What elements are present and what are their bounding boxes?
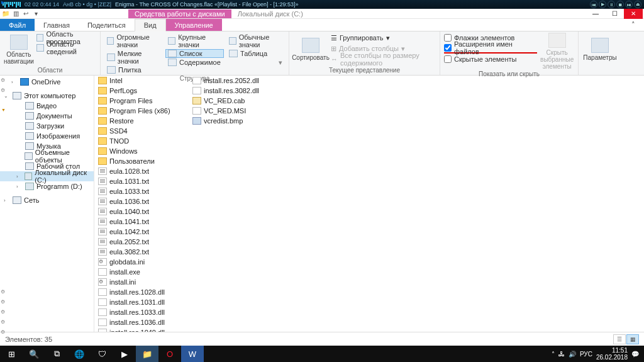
file-item[interactable]: Program Files (x86) <box>97 106 191 116</box>
checkbox-ext[interactable] <box>444 44 452 52</box>
layout-scroll[interactable]: ▾ <box>226 58 285 67</box>
file-item[interactable]: install.res.3082.dll <box>191 86 286 96</box>
nav-onedrive[interactable]: ›OneDrive <box>0 77 94 87</box>
navigation-pane-button[interactable]: Область навигации <box>4 33 34 66</box>
file-item[interactable]: install.res.2052.dll <box>191 76 286 86</box>
start-button[interactable]: ⊞ <box>0 346 23 362</box>
tray-notifications-icon[interactable]: 💬 <box>631 351 639 358</box>
file-extensions-toggle[interactable]: Расширения имен файлов <box>444 43 537 54</box>
system-tray[interactable]: ˄ 🖧 🔊 РУС 11:51 26.02.2018 💬 <box>552 347 644 361</box>
qat-dropdown-icon[interactable]: ▾ <box>31 9 40 18</box>
file-item[interactable]: install.res.1033.dll <box>97 307 191 317</box>
nav-item[interactable]: Документы <box>0 111 94 121</box>
tray-lang[interactable]: РУС <box>580 351 592 358</box>
nav-item[interactable]: ›Локальный диск (C:) <box>0 171 94 181</box>
file-list[interactable]: IntelPerfLogsProgram FilesProgram Files … <box>94 76 644 332</box>
file-item[interactable]: eula.1040.txt <box>97 206 191 217</box>
maximize-button[interactable]: ☐ <box>605 9 624 19</box>
file-item[interactable]: eula.3082.txt <box>97 247 191 257</box>
taskbar-app-3[interactable]: ▶ <box>113 346 136 362</box>
file-item[interactable]: Program Files <box>97 96 191 106</box>
checkbox-hidden[interactable] <box>444 55 452 63</box>
qat-undo-icon[interactable]: ↩ <box>21 9 30 18</box>
layout-list[interactable]: Список <box>165 49 224 58</box>
nav-network[interactable]: ›Сеть <box>0 195 94 205</box>
taskbar-app-2[interactable]: 🛡 <box>91 346 113 362</box>
layout-content[interactable]: Содержимое <box>165 58 224 67</box>
file-item[interactable]: globdata.ini <box>97 257 191 267</box>
file-item[interactable]: PerfLogs <box>97 86 191 96</box>
details-pane-button[interactable]: Область сведений <box>36 43 96 53</box>
next-icon[interactable]: ⏭ <box>625 1 633 8</box>
taskbar-app-1[interactable]: 🌐 <box>68 346 91 362</box>
nav-item[interactable]: Видео <box>0 101 94 111</box>
taskbar-explorer[interactable]: 📁 <box>136 346 158 362</box>
taskbar-opera[interactable]: O <box>158 346 181 362</box>
play-icon[interactable]: ▶ <box>599 1 606 8</box>
file-item[interactable]: install.ini <box>97 277 191 287</box>
navigation-tree[interactable]: ›OneDrive ⌄Этот компьютер ВидеоДокументы… <box>0 76 94 332</box>
stop-icon[interactable]: ⏹ <box>616 1 624 8</box>
file-item[interactable]: install.res.1031.dll <box>97 297 191 307</box>
file-item[interactable]: Windows <box>97 146 191 156</box>
file-item[interactable]: install.res.1040.dll <box>97 327 191 332</box>
file-item[interactable]: eula.2052.txt <box>97 237 191 247</box>
tray-up-icon[interactable]: ˄ <box>552 351 555 358</box>
nav-thispc[interactable]: ⌄Этот компьютер <box>0 91 94 101</box>
open-icon[interactable]: ⏏ <box>634 1 641 8</box>
taskbar-word[interactable]: W <box>181 346 204 362</box>
layout-table[interactable]: Таблица <box>226 49 285 58</box>
close-button[interactable]: ✕ <box>624 9 643 19</box>
file-item[interactable]: eula.1033.txt <box>97 186 191 196</box>
pause-icon[interactable]: ⏸ <box>608 1 615 8</box>
file-item[interactable]: TNOD <box>97 136 191 146</box>
search-icon[interactable]: 🔍 <box>23 346 45 362</box>
layout-small[interactable]: Мелкие значки <box>104 49 163 65</box>
details-view-icon[interactable]: ☰ <box>613 334 626 344</box>
nav-item[interactable]: Объемные объекты <box>0 151 94 161</box>
nav-item[interactable]: Изображения <box>0 131 94 141</box>
taskview-icon[interactable]: ⧉ <box>45 346 68 362</box>
nav-item[interactable]: ›Programm (D:) <box>0 181 94 191</box>
file-item[interactable]: vcredist.bmp <box>191 116 286 126</box>
nav-item[interactable]: Загрузки <box>0 121 94 131</box>
qat-props-icon[interactable]: ▥ <box>11 9 20 18</box>
tray-clock[interactable]: 11:51 26.02.2018 <box>596 347 628 361</box>
file-item[interactable]: Restore <box>97 116 191 126</box>
file-item[interactable]: eula.1028.txt <box>97 166 191 176</box>
file-item[interactable]: eula.1031.txt <box>97 176 191 186</box>
sort-button[interactable]: Сортировать <box>293 33 328 66</box>
file-item[interactable]: VC_RED.cab <box>191 96 286 106</box>
file-item[interactable]: eula.1041.txt <box>97 217 191 227</box>
file-item[interactable]: install.res.1028.dll <box>97 287 191 297</box>
media-player-bar[interactable]: 02 02 0:44 14 AнB cb • dg • |ZEZ| Enigma… <box>0 0 644 9</box>
checkbox-flags[interactable] <box>444 34 452 42</box>
minimize-button[interactable]: — <box>586 9 605 19</box>
file-item[interactable]: SSD4 <box>97 126 191 136</box>
tab-file[interactable]: Файл <box>0 19 35 31</box>
taskbar[interactable]: ⊞ 🔍 ⧉ 🌐 🛡 ▶ 📁 O W ˄ 🖧 🔊 РУС 11:51 26.02.… <box>0 346 644 362</box>
tab-manage[interactable]: Управление <box>166 19 222 31</box>
tray-network-icon[interactable]: 🖧 <box>558 351 565 358</box>
groupby-button[interactable]: ☰Группировать ▾ <box>331 33 436 43</box>
layout-large[interactable]: Крупные значки <box>165 33 224 49</box>
tab-view[interactable]: Вид <box>135 19 166 31</box>
tab-home[interactable]: Главная <box>35 19 79 31</box>
file-item[interactable]: install.exe <box>97 267 191 277</box>
tray-volume-icon[interactable]: 🔊 <box>569 351 576 358</box>
prev-icon[interactable]: ⏮ <box>590 1 597 8</box>
layout-huge[interactable]: Огромные значки <box>104 33 163 49</box>
layout-tiles[interactable]: Плитка <box>104 65 163 74</box>
file-item[interactable]: Пользователи <box>97 156 191 166</box>
file-item[interactable]: eula.1042.txt <box>97 227 191 237</box>
tab-share[interactable]: Поделиться <box>79 19 135 31</box>
hidden-items-toggle[interactable]: Скрытые элементы <box>444 54 537 64</box>
file-item[interactable]: eula.1036.txt <box>97 196 191 206</box>
options-button[interactable]: Параметры <box>582 33 618 66</box>
layout-medium[interactable]: Обычные значки <box>226 33 285 49</box>
icons-view-icon[interactable]: ▦ <box>626 334 639 344</box>
file-item[interactable]: Intel <box>97 76 191 86</box>
file-item[interactable]: install.res.1036.dll <box>97 317 191 327</box>
ribbon-collapse-icon[interactable]: ˄ <box>623 19 644 31</box>
file-item[interactable]: VC_RED.MSI <box>191 106 286 116</box>
